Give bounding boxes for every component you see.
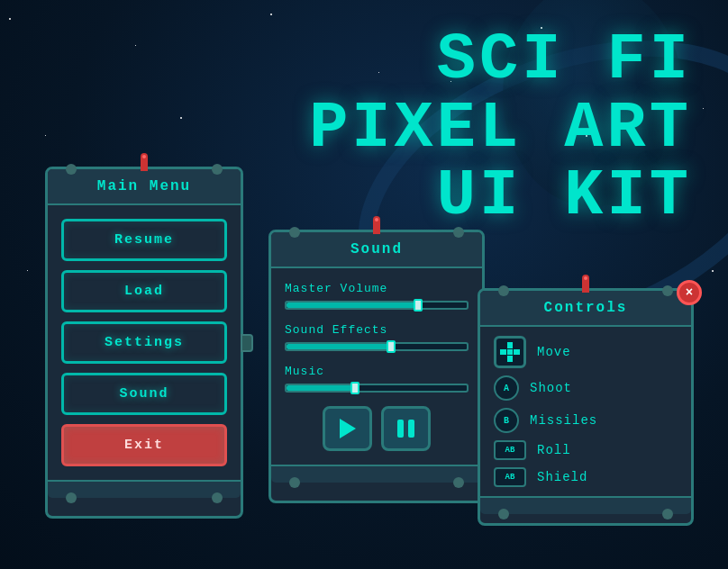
title-line2: PIXEL ART — [309, 95, 692, 164]
corner-tr — [212, 164, 223, 175]
control-shield: AB Shield — [494, 467, 678, 487]
corner-tl — [498, 285, 509, 296]
controls-pin — [582, 275, 589, 293]
move-label: Move — [537, 345, 571, 359]
a-badge: A — [494, 375, 519, 401]
effects-volume-fill — [287, 344, 395, 349]
play-icon — [340, 419, 356, 438]
shoot-label: Shoot — [530, 381, 572, 395]
ab-badge-roll: AB — [494, 440, 526, 460]
star-14 — [712, 270, 714, 272]
controls-list: Move A Shoot B Missiles AB Roll AB Shiel… — [480, 327, 691, 496]
ab-badge-shield: AB — [494, 467, 526, 487]
corner-tr — [662, 285, 673, 296]
music-volume-fill — [287, 385, 359, 391]
connector-right — [241, 334, 253, 352]
controls-header: Controls — [480, 291, 691, 327]
pause-icon — [397, 420, 414, 438]
master-volume-label: Master Volume — [285, 282, 469, 295]
control-move: Move — [494, 336, 678, 368]
sound-panel: Sound Master Volume Sound Effects Music — [268, 230, 485, 503]
sound-content: Master Volume Sound Effects Music — [271, 268, 482, 465]
master-volume-fill — [287, 303, 422, 308]
resume-button[interactable]: Resume — [61, 219, 227, 261]
sound-panel-header: Sound — [271, 232, 482, 268]
star-13 — [27, 270, 28, 271]
b-badge: B — [494, 408, 519, 433]
control-roll: AB Roll — [494, 440, 678, 460]
control-missiles: B Missiles — [494, 408, 678, 433]
pause-bar-2 — [408, 420, 414, 438]
star-0 — [9, 18, 11, 20]
corner-tl — [289, 227, 300, 238]
title-area: SCI FI PIXEL ART UI KIT — [309, 27, 692, 231]
music-slider[interactable] — [285, 384, 469, 393]
controls-footer — [480, 496, 691, 514]
settings-button[interactable]: Settings — [61, 321, 227, 364]
corner-bl — [498, 509, 509, 519]
star-8 — [180, 117, 182, 119]
sound-button[interactable]: Sound — [61, 373, 227, 415]
close-button[interactable]: × — [677, 280, 702, 305]
star-7 — [45, 135, 46, 136]
controls-panel: × Controls Move — [478, 288, 694, 526]
load-button[interactable]: Load — [61, 270, 227, 312]
missiles-label: Missiles — [530, 413, 597, 428]
control-shoot: A Shoot — [494, 375, 678, 401]
pause-bar-1 — [397, 420, 404, 438]
effects-volume-thumb[interactable] — [387, 340, 396, 353]
music-label: Music — [285, 365, 469, 378]
title-line3: UI KIT — [309, 163, 692, 231]
sound-panel-footer — [271, 465, 482, 483]
pause-button[interactable] — [381, 406, 431, 451]
dpad-icon — [500, 342, 520, 362]
corner-br — [662, 509, 673, 519]
corner-br — [453, 477, 464, 488]
playback-buttons — [285, 406, 469, 451]
master-volume-slider[interactable] — [285, 301, 469, 310]
sound-effects-slider[interactable] — [285, 342, 469, 351]
master-volume-thumb[interactable] — [414, 299, 423, 312]
pin-top — [141, 153, 148, 171]
music-volume-thumb[interactable] — [350, 382, 359, 394]
main-menu-footer — [48, 480, 241, 498]
corner-tl — [66, 164, 77, 175]
dpad-icon-container — [494, 336, 526, 368]
star-2 — [270, 14, 272, 15]
star-1 — [135, 45, 136, 46]
shield-label: Shield — [537, 470, 587, 484]
main-menu-header: Main Menu — [48, 169, 241, 205]
main-menu-panel: Main Menu Resume Load Settings Sound Exi… — [45, 167, 243, 519]
exit-button[interactable]: Exit — [61, 424, 227, 466]
menu-buttons: Resume Load Settings Sound Exit — [48, 205, 241, 480]
star-6 — [703, 108, 704, 109]
title-line1: SCI FI — [309, 27, 692, 95]
corner-bl — [289, 477, 300, 488]
sound-effects-label: Sound Effects — [285, 323, 469, 337]
roll-label: Roll — [537, 443, 571, 457]
corner-bl — [66, 492, 77, 503]
play-button[interactable] — [323, 406, 372, 451]
corner-br — [212, 492, 223, 503]
